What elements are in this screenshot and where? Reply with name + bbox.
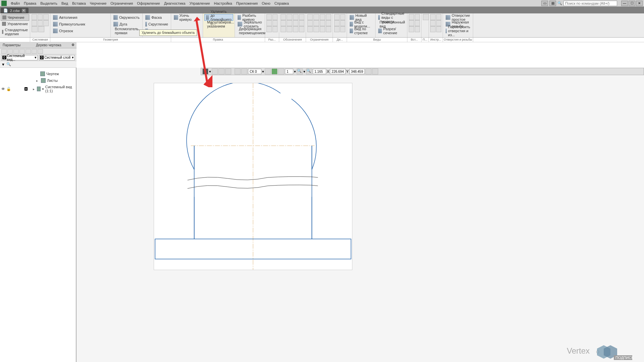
trim-button[interactable]: Усечь кривую (172, 14, 201, 21)
params-pin-icon[interactable]: ⚙ (70, 43, 75, 48)
zoom-value[interactable]: 1.165 (313, 69, 326, 74)
dropdown-icon[interactable]: ▾ (303, 69, 305, 74)
in2[interactable] (415, 14, 420, 20)
auxline-button[interactable]: Вспомогатель...прямая (112, 28, 141, 34)
in1[interactable] (409, 14, 414, 20)
menu-format[interactable]: Оформление (135, 1, 162, 5)
ct4[interactable] (265, 68, 271, 74)
menu-insert[interactable]: Вставка (70, 1, 88, 5)
newview-button[interactable]: Новый вид (348, 14, 374, 21)
t3[interactable] (430, 20, 436, 26)
c10[interactable] (313, 26, 319, 32)
an1[interactable] (281, 14, 286, 20)
mt3[interactable] (13, 49, 19, 54)
eye-icon[interactable]: 👁 (1, 87, 5, 91)
dropdown-icon[interactable]: ▾ (294, 69, 296, 74)
ct3[interactable] (225, 68, 231, 74)
ribbon-tab-drawing[interactable]: Черчение (1, 14, 29, 21)
ct5[interactable] (278, 68, 284, 74)
c2[interactable] (313, 14, 319, 20)
menu-edit[interactable]: Правка (22, 1, 38, 5)
command-search-input[interactable] (563, 1, 617, 6)
tab-close-button[interactable]: ✕ (22, 9, 26, 13)
mt5[interactable] (26, 49, 31, 54)
an12[interactable] (299, 26, 304, 32)
lock-icon[interactable]: 🔓 (6, 87, 11, 91)
mt1[interactable] (1, 49, 7, 54)
circle-button[interactable]: Окружность (112, 14, 141, 21)
arc-button[interactable]: Дуга (112, 21, 141, 28)
split-button[interactable]: Разбить кривую (236, 14, 263, 21)
chamfer-button[interactable]: Фаска (144, 14, 169, 21)
mt7[interactable] (38, 49, 43, 54)
dg3[interactable] (334, 20, 340, 26)
modelview-button[interactable]: Вид с модели... (348, 21, 374, 28)
view-combo[interactable]: 0 Системный вид... ▾ (1, 55, 38, 60)
an7[interactable] (293, 20, 298, 26)
tree-root[interactable]: Чертеж (0, 70, 76, 77)
close-button[interactable]: ✕ (636, 1, 643, 6)
section-button[interactable]: Разрез/сечение (377, 28, 406, 34)
an8[interactable] (299, 20, 304, 26)
ortho-button[interactable] (241, 68, 247, 74)
t4[interactable] (436, 20, 442, 26)
menu-window[interactable]: Окно (260, 1, 273, 5)
t2[interactable] (436, 14, 442, 20)
snap-button[interactable] (271, 68, 278, 74)
menu-apps[interactable]: Приложения (234, 1, 260, 5)
dim3-button[interactable] (266, 20, 272, 26)
stdviews-button[interactable]: Стандартныевиды с модели... (377, 14, 406, 21)
dim6-button[interactable] (273, 26, 278, 32)
open-button[interactable] (38, 14, 43, 20)
c12[interactable] (326, 26, 331, 32)
c4[interactable] (326, 14, 331, 20)
in6[interactable] (415, 26, 420, 32)
an3[interactable] (293, 14, 298, 20)
color-swatch[interactable]: ● (24, 87, 28, 91)
dg2[interactable] (340, 14, 346, 20)
export-button[interactable] (43, 20, 49, 26)
t5[interactable] (430, 26, 436, 32)
ct1[interactable] (212, 68, 218, 74)
ct6[interactable] (365, 68, 371, 74)
document-tab[interactable]: 📄 2.cdw ✕ (1, 8, 29, 13)
menu-manage[interactable]: Управление (187, 1, 212, 5)
c7[interactable] (320, 20, 325, 26)
undo-button[interactable] (32, 26, 38, 32)
zoom-in-button[interactable]: 🔍 (297, 68, 303, 74)
menu-select[interactable]: Выделить (38, 1, 59, 5)
dg6[interactable] (340, 26, 346, 32)
scale-button[interactable]: Масштабиров...указанием (204, 21, 233, 28)
c1[interactable] (307, 14, 313, 20)
p1[interactable] (423, 14, 429, 20)
c11[interactable] (320, 26, 325, 32)
arrowview-button[interactable]: Вид по стрелке (348, 28, 374, 34)
tree-sheets[interactable]: ▸ Листы (0, 77, 76, 84)
in4[interactable] (415, 20, 420, 26)
ct2[interactable] (218, 68, 225, 74)
ct7[interactable] (372, 68, 378, 74)
search-tree-icon[interactable]: 🔍 (6, 62, 11, 66)
dropdown-icon[interactable]: ▾ (209, 69, 211, 74)
grid-button[interactable] (235, 68, 241, 74)
zoom-fit-button[interactable]: 🔍 (306, 68, 312, 74)
tree-sysview-row[interactable]: 👁 🔓 ● ▸ ● Системный вид (1:1) (0, 84, 76, 94)
minimize-button[interactable]: — (621, 1, 628, 6)
mt2[interactable] (7, 49, 13, 54)
step-combo[interactable]: 1 (285, 69, 293, 74)
c5[interactable] (307, 20, 313, 26)
expand-icon[interactable]: ▸ (36, 79, 40, 83)
dim2-button[interactable] (273, 14, 278, 20)
pencil-button[interactable] (202, 68, 208, 74)
c3[interactable] (320, 14, 325, 20)
dg4[interactable] (340, 20, 346, 26)
c9[interactable] (307, 26, 313, 32)
menu-help[interactable]: Справка (273, 1, 291, 5)
an11[interactable] (293, 26, 298, 32)
extend-button[interactable]: Удлинить доближайшего о... (204, 14, 233, 21)
menu-file[interactable]: Файл (9, 1, 22, 5)
layout-btn-2[interactable]: ▤ (549, 1, 556, 6)
in3[interactable] (409, 20, 414, 26)
new-doc-button[interactable] (32, 14, 37, 20)
c8[interactable] (326, 20, 331, 26)
